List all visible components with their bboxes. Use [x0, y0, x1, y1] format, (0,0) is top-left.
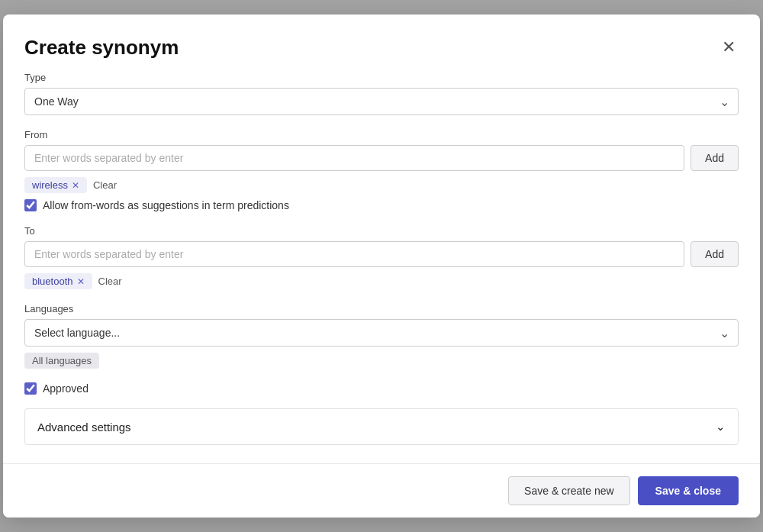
approved-checkbox-row: Approved [24, 382, 739, 395]
modal-body: Type One Way Two Way ⌄ From Add [3, 72, 760, 463]
to-tags-row: bluetooth ✕ Clear [24, 273, 739, 289]
from-clear-button[interactable]: Clear [93, 179, 117, 191]
to-group: To Add bluetooth ✕ Clear [24, 225, 739, 289]
languages-select[interactable]: Select language... [24, 319, 739, 347]
all-languages-tag: All languages [24, 353, 99, 369]
from-group: From Add wireless ✕ Clear Allow from-wor… [24, 129, 739, 211]
advanced-settings-section: Advanced settings ⌄ [24, 408, 739, 445]
advanced-settings-label: Advanced settings [37, 421, 131, 434]
approved-group: Approved [24, 382, 739, 395]
type-group: Type One Way Two Way ⌄ [24, 72, 739, 115]
save-close-button[interactable]: Save & close [638, 476, 739, 505]
create-synonym-modal: Create synonym ✕ Type One Way Two Way ⌄ [3, 15, 760, 517]
approved-checkbox[interactable] [24, 382, 37, 395]
type-label: Type [24, 72, 739, 83]
from-suggestions-label: Allow from-words as suggestions in term … [43, 199, 289, 211]
save-create-new-button[interactable]: Save & create new [508, 476, 630, 505]
to-input-row: Add [24, 241, 739, 267]
languages-select-wrapper: Select language... ⌄ [24, 319, 739, 347]
from-add-button[interactable]: Add [691, 145, 739, 171]
from-tag-wireless-text: wireless [32, 179, 68, 191]
languages-tags-row: All languages [24, 353, 739, 369]
languages-group: Languages Select language... ⌄ All langu… [24, 303, 739, 369]
from-input-row: Add [24, 145, 739, 171]
languages-label: Languages [24, 303, 739, 314]
from-tag-wireless-remove[interactable]: ✕ [72, 181, 79, 190]
to-tag-bluetooth-remove[interactable]: ✕ [77, 277, 85, 286]
modal-header: Create synonym ✕ [3, 15, 760, 72]
to-input[interactable] [24, 241, 684, 267]
type-select[interactable]: One Way Two Way [24, 88, 739, 115]
chevron-down-icon-advanced: ⌄ [716, 420, 726, 434]
from-tag-wireless: wireless ✕ [24, 177, 87, 193]
type-select-wrapper: One Way Two Way ⌄ [24, 88, 739, 115]
modal-overlay: Create synonym ✕ Type One Way Two Way ⌄ [0, 0, 763, 532]
close-button[interactable]: ✕ [719, 36, 739, 59]
from-label: From [24, 129, 739, 140]
advanced-settings-header[interactable]: Advanced settings ⌄ [25, 409, 738, 444]
to-clear-button[interactable]: Clear [98, 276, 122, 287]
close-icon: ✕ [722, 37, 736, 56]
from-checkbox-row: Allow from-words as suggestions in term … [24, 199, 739, 211]
from-tags-row: wireless ✕ Clear [24, 177, 739, 193]
from-suggestions-checkbox[interactable] [24, 199, 37, 211]
modal-title: Create synonym [24, 36, 179, 60]
approved-label: Approved [43, 382, 89, 395]
to-tag-bluetooth-text: bluetooth [32, 276, 73, 287]
to-add-button[interactable]: Add [691, 241, 739, 267]
to-tag-bluetooth: bluetooth ✕ [24, 273, 92, 289]
modal-footer: Save & create new Save & close [3, 463, 760, 517]
to-label: To [24, 225, 739, 237]
from-input[interactable] [24, 145, 684, 171]
